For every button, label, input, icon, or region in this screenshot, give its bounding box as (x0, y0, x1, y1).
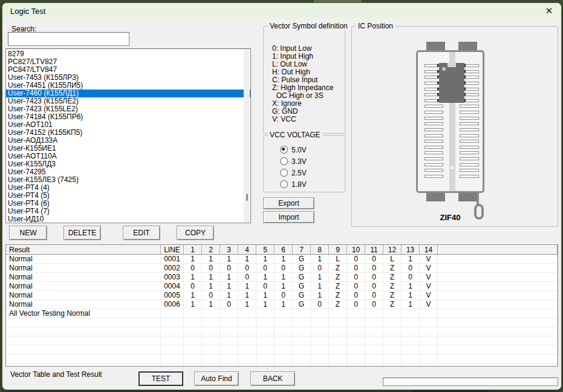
column-header[interactable]: 4 (238, 245, 256, 255)
list-item[interactable]: User-АОТ110А (6, 152, 250, 160)
vector-cell: 0 (238, 273, 256, 282)
list-item[interactable]: User-ИД10 (6, 215, 250, 223)
list-item[interactable]: User-7423 (К155LE2) (6, 105, 250, 113)
column-header[interactable]: 9 (329, 245, 347, 255)
vector-cell (420, 336, 438, 345)
ic-chip (439, 63, 464, 103)
close-icon[interactable]: ✕ (540, 4, 558, 18)
list-item[interactable]: User-РТ4 (4) (6, 184, 250, 192)
copy-button[interactable]: COPY (177, 226, 214, 240)
radio-button-icon (280, 169, 288, 177)
back-button[interactable]: BACK (250, 371, 295, 386)
column-header[interactable]: 2 (202, 245, 220, 255)
vector-cell (184, 336, 202, 345)
vector-cell (184, 318, 202, 327)
pin-slot (460, 117, 479, 120)
table-row[interactable]: Normal0003111011G1Z00Z0V (6, 273, 558, 282)
column-header[interactable]: 11 (365, 245, 383, 255)
chip-notch (447, 63, 456, 67)
column-header[interactable]: 12 (383, 245, 402, 255)
column-header[interactable]: 7 (293, 245, 311, 255)
vector-cell: 1 (311, 291, 329, 300)
vector-cell (202, 327, 220, 336)
table-row[interactable]: Normal0004011101G1Z00Z1V (6, 282, 558, 291)
column-header[interactable] (438, 245, 558, 255)
vector-cell (329, 364, 347, 367)
vector-cell: 0 (347, 273, 365, 282)
vector-cell (420, 345, 438, 354)
vector-cell (420, 318, 438, 327)
column-header[interactable]: 10 (347, 245, 365, 255)
list-item[interactable]: User-К155ИЕ1 (6, 145, 250, 152)
vector-cell: 1 (311, 282, 329, 291)
vector-cell: Z (383, 273, 402, 282)
list-item[interactable]: 8279 (6, 50, 250, 58)
vcc-option[interactable]: 2.5V (280, 167, 307, 178)
device-list[interactable]: 8279PC827/LTV827PC847/LTV847User-7453 (К… (5, 48, 251, 223)
list-item[interactable]: User-РТ4 (6) (6, 200, 250, 207)
scrollbar-thumb[interactable] (246, 194, 248, 201)
list-item[interactable]: User-РТ4 (5) (6, 192, 250, 200)
list-item[interactable]: User-74152 (К155КП5) (6, 129, 250, 137)
vector-cell (220, 364, 238, 367)
delete-button[interactable]: DELETE (63, 226, 101, 240)
column-header[interactable]: 14 (420, 245, 438, 255)
pin-slot (460, 157, 479, 160)
search-input[interactable] (8, 32, 129, 46)
vector-cell (311, 327, 329, 336)
list-item[interactable]: User-7453 (К155ЛР3) (6, 74, 250, 82)
result-cell (6, 327, 161, 336)
vector-cell (256, 364, 275, 367)
vector-cell (383, 354, 402, 364)
column-header[interactable]: 13 (402, 245, 420, 255)
column-header[interactable]: 5 (256, 245, 275, 255)
list-item[interactable]: PC827/LTV827 (6, 58, 250, 66)
column-header[interactable]: Result (6, 245, 161, 255)
vector-cell: L (329, 255, 347, 264)
list-item[interactable]: User-К155ЛД3 (6, 160, 250, 168)
table-row[interactable]: Normal0002000000G0Z00Z0V (6, 264, 558, 273)
vector-cell: 0 (256, 264, 275, 273)
table-row[interactable]: Normal0001111111G1L00L1V (6, 255, 558, 264)
column-header[interactable]: 3 (220, 245, 238, 255)
test-button[interactable]: TEST (138, 371, 183, 386)
table-row (6, 354, 558, 364)
column-header[interactable]: 8 (311, 245, 329, 255)
list-item[interactable]: User-74451 (К155ЛИ5) (6, 82, 250, 90)
vector-cell (184, 364, 202, 367)
vcc-option[interactable]: 5.0V (280, 144, 307, 155)
import-button[interactable]: Import (263, 211, 314, 223)
chip-pin1-dot (442, 67, 446, 71)
list-item[interactable]: User-74184 (К155ПР6) (6, 113, 250, 121)
column-header[interactable]: LINE (161, 245, 184, 255)
vector-cell: 1 (402, 291, 420, 300)
list-scrollbar[interactable] (244, 50, 250, 222)
list-item[interactable]: PC847/LTV847 (6, 66, 250, 74)
vector-cell (202, 345, 220, 354)
list-item[interactable]: User-АОТ101 (6, 121, 250, 129)
vcc-voltage-group-title: VCC VOLTAGE (268, 131, 322, 139)
vcc-option[interactable]: 3.3V (280, 155, 307, 167)
auto-find-button[interactable]: Auto Find (194, 371, 239, 386)
pin-slot (425, 134, 443, 137)
table-row (6, 336, 558, 345)
pin-slot (425, 105, 443, 108)
list-item[interactable]: User-РТ4 (7) (6, 207, 250, 215)
vector-cell: 1 (256, 273, 275, 282)
pin-slot (425, 128, 443, 131)
list-item[interactable]: User-74295 (6, 168, 250, 176)
table-row[interactable]: Normal0005101110G1Z00Z1V (6, 291, 558, 300)
column-header[interactable]: 6 (275, 245, 293, 255)
list-item[interactable]: User-7423 (К155ЛЕ2) (6, 97, 250, 105)
new-button[interactable]: NEW (9, 226, 47, 240)
vector-cell: V (420, 300, 438, 309)
column-header[interactable]: 1 (184, 245, 202, 255)
list-item[interactable]: User-АОД133А (6, 137, 250, 145)
edit-button[interactable]: EDIT (123, 226, 160, 240)
table-row[interactable]: Normal0006110111G0Z00Z1V (6, 300, 558, 309)
list-item[interactable]: User-К155ЛЕ3 (7425) (6, 176, 250, 184)
export-button[interactable]: Export (263, 197, 314, 209)
vector-cell: 0 (220, 300, 238, 309)
list-item[interactable]: User-7460 (К155ЛД1) (6, 90, 250, 97)
vcc-option[interactable]: 1.8V (280, 178, 307, 190)
